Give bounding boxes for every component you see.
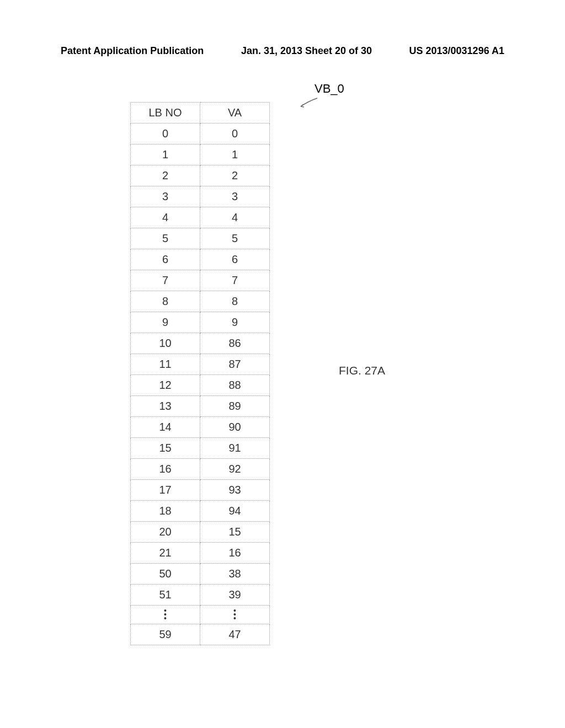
figure-label: FIG. 27A xyxy=(339,364,385,377)
table-row: 66 xyxy=(131,249,270,270)
cell-lb: 4 xyxy=(131,207,200,228)
cell-va: ••• xyxy=(200,606,270,624)
cell-lb: 20 xyxy=(131,522,200,543)
cell-va: 15 xyxy=(200,522,270,543)
table-row: 11 xyxy=(131,144,270,165)
table-row: •••••• xyxy=(131,606,270,624)
vb-label: VB_0 xyxy=(315,82,344,96)
cell-va: 93 xyxy=(200,480,270,501)
table-row: 1288 xyxy=(131,375,270,396)
cell-va: 91 xyxy=(200,438,270,459)
table-header-row: LB NO VA xyxy=(131,103,270,124)
table-row: 00 xyxy=(131,124,270,144)
cell-lb: 5 xyxy=(131,228,200,249)
arrow-icon xyxy=(298,97,320,108)
cell-va: 0 xyxy=(200,124,270,144)
cell-va: 89 xyxy=(200,396,270,417)
cell-va: 86 xyxy=(200,333,270,354)
cell-va: 87 xyxy=(200,354,270,375)
table-row: 1894 xyxy=(131,501,270,522)
col-header-lb: LB NO xyxy=(131,103,200,124)
cell-va: 94 xyxy=(200,501,270,522)
table-row: 2116 xyxy=(131,543,270,564)
cell-lb: 50 xyxy=(131,564,200,585)
cell-lb: 2 xyxy=(131,165,200,186)
table-row: 1793 xyxy=(131,480,270,501)
cell-va: 4 xyxy=(200,207,270,228)
table-row: 5947 xyxy=(131,624,270,645)
cell-va: 88 xyxy=(200,375,270,396)
cell-lb: ••• xyxy=(131,606,200,624)
cell-lb: 18 xyxy=(131,501,200,522)
table-row: 77 xyxy=(131,270,270,291)
table-row: 1692 xyxy=(131,459,270,480)
cell-va: 8 xyxy=(200,291,270,312)
page-header: Patent Application Publication Jan. 31, … xyxy=(0,45,565,57)
cell-lb: 14 xyxy=(131,417,200,438)
cell-va: 39 xyxy=(200,585,270,606)
cell-lb: 12 xyxy=(131,375,200,396)
cell-va: 16 xyxy=(200,543,270,564)
table-row: 1591 xyxy=(131,438,270,459)
cell-va: 9 xyxy=(200,312,270,333)
table-row: 2015 xyxy=(131,522,270,543)
cell-va: 1 xyxy=(200,144,270,165)
cell-va: 90 xyxy=(200,417,270,438)
table-row: 33 xyxy=(131,186,270,207)
cell-va: 92 xyxy=(200,459,270,480)
cell-lb: 16 xyxy=(131,459,200,480)
cell-va: 6 xyxy=(200,249,270,270)
header-publication: Patent Application Publication xyxy=(61,45,204,57)
data-table-container: LB NO VA 0011223344556677889910861187128… xyxy=(130,102,270,645)
table-row: 1389 xyxy=(131,396,270,417)
data-table: LB NO VA 0011223344556677889910861187128… xyxy=(130,102,270,645)
cell-va: 2 xyxy=(200,165,270,186)
cell-lb: 15 xyxy=(131,438,200,459)
col-header-va: VA xyxy=(200,103,270,124)
table-body: 0011223344556677889910861187128813891490… xyxy=(131,124,270,645)
table-row: 5139 xyxy=(131,585,270,606)
cell-lb: 21 xyxy=(131,543,200,564)
cell-va: 38 xyxy=(200,564,270,585)
cell-va: 5 xyxy=(200,228,270,249)
table-row: 1086 xyxy=(131,333,270,354)
cell-va: 3 xyxy=(200,186,270,207)
cell-lb: 1 xyxy=(131,144,200,165)
table-row: 1490 xyxy=(131,417,270,438)
cell-va: 7 xyxy=(200,270,270,291)
cell-lb: 59 xyxy=(131,624,200,645)
cell-lb: 9 xyxy=(131,312,200,333)
table-row: 99 xyxy=(131,312,270,333)
table-row: 5038 xyxy=(131,564,270,585)
table-row: 55 xyxy=(131,228,270,249)
cell-lb: 7 xyxy=(131,270,200,291)
table-row: 44 xyxy=(131,207,270,228)
table-row: 1187 xyxy=(131,354,270,375)
cell-lb: 17 xyxy=(131,480,200,501)
header-patent-number: US 2013/0031296 A1 xyxy=(409,45,504,57)
cell-va: 47 xyxy=(200,624,270,645)
header-date-sheet: Jan. 31, 2013 Sheet 20 of 30 xyxy=(241,45,372,57)
cell-lb: 6 xyxy=(131,249,200,270)
cell-lb: 8 xyxy=(131,291,200,312)
cell-lb: 13 xyxy=(131,396,200,417)
table-row: 88 xyxy=(131,291,270,312)
cell-lb: 3 xyxy=(131,186,200,207)
cell-lb: 10 xyxy=(131,333,200,354)
table-row: 22 xyxy=(131,165,270,186)
cell-lb: 51 xyxy=(131,585,200,606)
cell-lb: 0 xyxy=(131,124,200,144)
cell-lb: 11 xyxy=(131,354,200,375)
